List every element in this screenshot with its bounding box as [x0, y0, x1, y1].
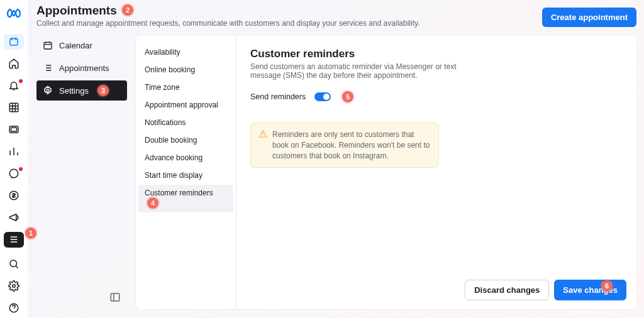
settings-item-start-time-display[interactable]: Start time display — [138, 167, 233, 184]
rail-monetization-icon[interactable] — [4, 188, 24, 204]
calendar-icon — [43, 40, 53, 50]
settings-item-double-booking[interactable]: Double booking — [138, 132, 233, 148]
annotation-badge: 5 — [342, 91, 353, 102]
create-appointment-button[interactable]: Create appointment — [542, 8, 636, 27]
content-footer: Discard changes Save changes — [465, 280, 626, 300]
reminder-info-box: Reminders are only sent to customers tha… — [250, 123, 439, 168]
settings-panel: Availability Online booking Time zone Ap… — [136, 35, 636, 309]
rail-appointments-icon[interactable] — [4, 34, 24, 50]
reminder-info-text: Reminders are only sent to customers tha… — [272, 130, 430, 160]
rail-menu-icon[interactable] — [4, 232, 24, 248]
settings-item-availability[interactable]: Availability — [138, 44, 233, 60]
svg-rect-3 — [11, 128, 17, 131]
send-reminders-row: Send reminders 5 — [250, 91, 623, 102]
nav-settings[interactable]: Settings 3 — [36, 80, 127, 101]
nav-settings-label: Settings — [59, 86, 89, 96]
svg-rect-11 — [111, 293, 119, 301]
svg-point-4 — [9, 170, 18, 178]
rail-insights-icon[interactable] — [4, 144, 24, 160]
nav-calendar[interactable]: Calendar — [36, 35, 127, 55]
rail-chat-icon[interactable] — [4, 166, 24, 182]
annotation-badge: 2 — [122, 4, 133, 16]
warning-icon — [258, 129, 267, 141]
rail-grid-icon[interactable] — [4, 100, 24, 116]
svg-rect-0 — [10, 39, 18, 46]
svg-point-10 — [47, 89, 49, 92]
discard-button[interactable]: Discard changes — [465, 280, 549, 300]
settings-item-online-booking[interactable]: Online booking — [138, 62, 233, 78]
settings-content: Customer reminders Send customers an aut… — [236, 35, 636, 309]
rail-settings-icon[interactable] — [4, 278, 24, 294]
settings-item-appointment-approval[interactable]: Appointment approval — [138, 97, 233, 113]
svg-rect-1 — [9, 104, 18, 112]
rail-inbox-icon[interactable] — [4, 122, 24, 138]
page-header: Appointments 2 Collect and manage appoin… — [36, 4, 636, 33]
annotation-badge: 3 — [97, 85, 109, 96]
annotation-badge: 4 — [147, 197, 158, 209]
list-icon — [43, 63, 53, 73]
svg-rect-9 — [44, 42, 52, 49]
meta-logo-icon — [6, 8, 21, 19]
global-nav-rail — [0, 0, 28, 318]
page-title: Appointments — [36, 4, 117, 18]
rail-search-icon[interactable] — [4, 256, 24, 272]
nav-appointments-label: Appointments — [59, 63, 109, 73]
rail-help-icon[interactable] — [4, 300, 24, 316]
svg-point-7 — [13, 285, 16, 288]
content-title: Customer reminders — [250, 48, 623, 60]
settings-sidebar: Availability Online booking Time zone Ap… — [136, 35, 236, 309]
nav-calendar-label: Calendar — [59, 41, 92, 50]
nav-appointments[interactable]: Appointments — [36, 58, 127, 78]
settings-item-customer-reminders-label: Customer reminders — [145, 189, 213, 197]
collapse-sidebar-icon[interactable] — [109, 292, 121, 303]
section-nav: Calendar Appointments Settings 3 — [36, 35, 127, 103]
content-subtitle: Send customers an automatic reminder via… — [250, 62, 464, 80]
save-button[interactable]: Save changes — [554, 280, 626, 300]
settings-item-notifications[interactable]: Notifications — [138, 114, 233, 131]
rail-notifications-icon[interactable] — [4, 78, 24, 94]
rail-ads-icon[interactable] — [4, 210, 24, 226]
send-reminders-label: Send reminders — [250, 92, 306, 101]
svg-point-6 — [10, 260, 17, 267]
settings-item-time-zone[interactable]: Time zone — [138, 79, 233, 96]
rail-home-icon[interactable] — [4, 56, 24, 72]
settings-item-advance-booking[interactable]: Advance booking — [138, 150, 233, 166]
settings-item-customer-reminders[interactable]: Customer reminders 4 — [138, 185, 233, 212]
send-reminders-toggle[interactable] — [314, 92, 331, 101]
gear-icon — [43, 85, 53, 96]
